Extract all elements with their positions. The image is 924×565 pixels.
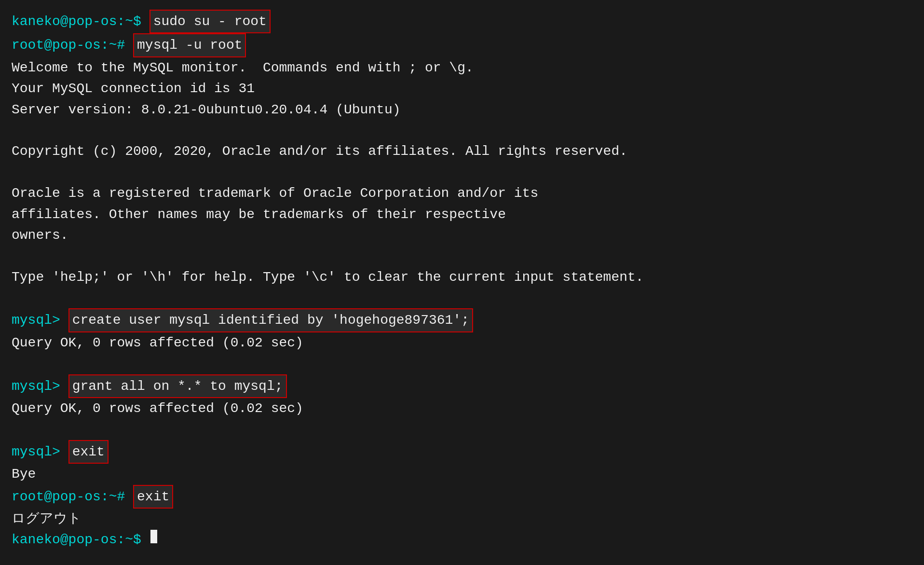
blank-line (12, 353, 912, 374)
blank-line (12, 419, 912, 440)
output-line: Oracle is a registered trademark of Orac… (12, 183, 912, 204)
prompt: mysql> (12, 310, 68, 331)
blank-line (12, 162, 912, 183)
prompt: kaneko@pop-os:~$ (12, 529, 149, 550)
prompt: kaneko@pop-os:~$ (12, 11, 149, 32)
output-line: Bye (12, 464, 912, 484)
output-line: affiliates. Other names may be trademark… (12, 204, 912, 225)
command-line: root@pop-os:~# mysql -u root (12, 33, 912, 57)
output-line: owners. (12, 225, 912, 246)
cursor-line: kaneko@pop-os:~$ (12, 529, 912, 550)
prompt: root@pop-os:~# (12, 35, 133, 55)
output-line: Your MySQL connection id is 31 (12, 78, 912, 99)
output-line: ログアウト (12, 509, 912, 529)
output-text: Bye (12, 464, 36, 484)
output-line: Server version: 8.0.21-0ubuntu0.20.04.4 … (12, 99, 912, 120)
output-line: Query OK, 0 rows affected (0.02 sec) (12, 398, 912, 419)
blank-line (12, 288, 912, 308)
command-line: kaneko@pop-os:~$ sudo su - root (12, 10, 912, 33)
output-line: Type 'help;' or '\h' for help. Type '\c'… (12, 267, 912, 288)
output-text: Server version: 8.0.21-0ubuntu0.20.04.4 … (12, 99, 401, 120)
output-text: Type 'help;' or '\h' for help. Type '\c'… (12, 267, 644, 288)
output-text: owners. (12, 225, 68, 246)
output-line: Welcome to the MySQL monitor. Commands e… (12, 57, 912, 78)
output-text: Welcome to the MySQL monitor. Commands e… (12, 57, 474, 78)
prompt: root@pop-os:~# (12, 486, 133, 507)
terminal-window: kaneko@pop-os:~$ sudo su - rootroot@pop-… (0, 0, 924, 565)
output-text: Copyright (c) 2000, 2020, Oracle and/or … (12, 141, 627, 162)
output-text: Your MySQL connection id is 31 (12, 78, 255, 99)
highlighted-command: mysql -u root (133, 33, 246, 57)
output-text: Query OK, 0 rows affected (0.02 sec) (12, 332, 303, 353)
highlighted-command: create user mysql identified by 'hogehog… (68, 308, 473, 332)
highlighted-command: sudo su - root (149, 10, 271, 33)
command-line: mysql> create user mysql identified by '… (12, 308, 912, 332)
highlighted-command: exit (68, 440, 109, 464)
blank-line (12, 246, 912, 266)
output-line: Query OK, 0 rows affected (0.02 sec) (12, 332, 912, 353)
output-text: ログアウト (12, 509, 82, 529)
highlighted-command: grant all on *.* to mysql; (68, 374, 287, 398)
terminal-content: kaneko@pop-os:~$ sudo su - rootroot@pop-… (12, 10, 912, 551)
output-line: Copyright (c) 2000, 2020, Oracle and/or … (12, 141, 912, 162)
highlighted-command: exit (133, 485, 173, 509)
prompt: mysql> (12, 441, 68, 462)
command-line: mysql> grant all on *.* to mysql; (12, 374, 912, 398)
command-line: root@pop-os:~# exit (12, 485, 912, 509)
terminal-cursor (150, 530, 157, 543)
blank-line (12, 120, 912, 141)
output-text: Query OK, 0 rows affected (0.02 sec) (12, 398, 303, 419)
command-line: mysql> exit (12, 440, 912, 464)
prompt: mysql> (12, 376, 68, 397)
output-text: Oracle is a registered trademark of Orac… (12, 183, 538, 204)
output-text: affiliates. Other names may be trademark… (12, 204, 506, 225)
